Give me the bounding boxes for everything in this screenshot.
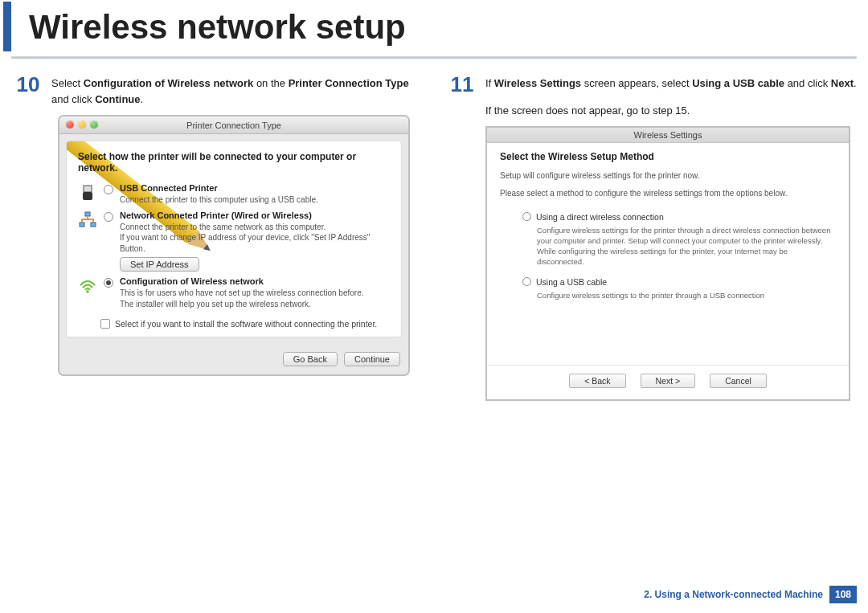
t: on the bbox=[253, 77, 288, 89]
checkbox-icon[interactable] bbox=[100, 319, 110, 329]
dialog-p2: Please select a method to configure the … bbox=[500, 188, 836, 199]
option-direct-wireless-label: Using a direct wireless connection bbox=[536, 212, 664, 222]
dialog-titlebar: Printer Connection Type bbox=[59, 116, 408, 134]
step-11-note: If the screen does not appear, go to ste… bbox=[485, 104, 857, 116]
option-usb-cable-desc: Configure wireless settings to the print… bbox=[537, 290, 836, 300]
wifi-icon bbox=[78, 276, 97, 296]
option-wireless-config-label: Configuration of Wireless network bbox=[120, 276, 390, 286]
step-10-text: Select Configuration of Wireless network… bbox=[51, 73, 423, 107]
dialog-title: Wireless Settings bbox=[487, 128, 849, 143]
option-network-desc: Connect the printer to the same network … bbox=[120, 222, 390, 255]
svg-point-5 bbox=[86, 290, 89, 293]
usb-icon bbox=[78, 183, 97, 202]
right-column: 11 If Wireless Settings screen appears, … bbox=[445, 73, 857, 401]
page-title: Wireless network setup bbox=[3, 2, 868, 51]
printer-connection-dialog: Printer Connection Type Select how the p… bbox=[58, 115, 410, 376]
option-wireless-config[interactable]: Configuration of Wireless network This i… bbox=[78, 276, 390, 309]
option-usb[interactable]: USB Connected Printer Connect the printe… bbox=[78, 183, 390, 206]
minimize-icon[interactable] bbox=[78, 121, 86, 129]
t: . bbox=[854, 77, 857, 89]
svg-rect-4 bbox=[91, 223, 96, 227]
option-usb-cable[interactable]: Using a USB cable Configure wireless set… bbox=[522, 277, 836, 300]
radio-usb-cable[interactable] bbox=[522, 277, 531, 286]
t: and click bbox=[51, 93, 95, 105]
option-direct-wireless[interactable]: Using a direct wireless connection Confi… bbox=[522, 212, 836, 268]
step-11: 11 If Wireless Settings screen appears, … bbox=[445, 73, 857, 96]
radio-direct-wireless[interactable] bbox=[522, 212, 531, 221]
footer-section-title: 2. Using a Network-connected Machine bbox=[644, 589, 823, 600]
step-number-10: 10 bbox=[11, 73, 45, 107]
option-wireless-config-desc: This is for users who have not set up th… bbox=[120, 288, 390, 309]
t: screen appears, select bbox=[581, 77, 692, 89]
t: . bbox=[141, 93, 144, 105]
step-number-11: 11 bbox=[445, 73, 479, 96]
svg-rect-1 bbox=[83, 192, 92, 200]
svg-rect-0 bbox=[84, 186, 92, 192]
page-footer: 2. Using a Network-connected Machine 108 bbox=[644, 586, 857, 603]
page-number: 108 bbox=[829, 586, 857, 603]
step-11-text: If Wireless Settings screen appears, sel… bbox=[485, 73, 857, 96]
checkbox-label: Select if you want to install the softwa… bbox=[115, 319, 377, 329]
dialog-heading: Select the Wireless Setup Method bbox=[500, 151, 836, 162]
t: Using a USB cable bbox=[692, 77, 784, 89]
install-without-printer[interactable]: Select if you want to install the softwa… bbox=[100, 319, 390, 329]
option-usb-label: USB Connected Printer bbox=[120, 183, 390, 193]
t: Wireless Settings bbox=[494, 77, 581, 89]
title-rule bbox=[11, 56, 857, 59]
svg-rect-2 bbox=[85, 212, 90, 216]
dialog-title: Printer Connection Type bbox=[59, 121, 408, 130]
left-column: 10 Select Configuration of Wireless netw… bbox=[11, 73, 423, 401]
network-icon bbox=[78, 210, 97, 230]
radio-network[interactable] bbox=[104, 212, 113, 222]
t: If bbox=[485, 77, 494, 89]
radio-usb[interactable] bbox=[104, 185, 113, 194]
zoom-icon[interactable] bbox=[90, 121, 98, 129]
wireless-settings-dialog: Wireless Settings Select the Wireless Se… bbox=[485, 126, 850, 401]
svg-rect-3 bbox=[80, 223, 84, 227]
step-10: 10 Select Configuration of Wireless netw… bbox=[11, 73, 423, 107]
option-network-label: Network Conneted Printer (Wired or Wirel… bbox=[120, 210, 390, 220]
back-button[interactable]: < Back bbox=[569, 374, 625, 388]
option-usb-desc: Connect the printer to this computer usi… bbox=[120, 194, 390, 206]
close-icon[interactable] bbox=[66, 121, 74, 129]
dialog-heading: Select how the printer will be connected… bbox=[78, 151, 390, 174]
radio-wireless-config[interactable] bbox=[104, 278, 113, 288]
set-ip-button[interactable]: Set IP Address bbox=[120, 257, 199, 272]
option-network[interactable]: Network Conneted Printer (Wired or Wirel… bbox=[78, 210, 390, 272]
cancel-button[interactable]: Cancel bbox=[710, 374, 767, 388]
t: Continue bbox=[95, 93, 140, 105]
next-button[interactable]: Next > bbox=[641, 374, 696, 388]
option-usb-cable-label: Using a USB cable bbox=[536, 277, 607, 287]
go-back-button[interactable]: Go Back bbox=[283, 352, 338, 366]
t: and click bbox=[784, 77, 831, 89]
t: Next bbox=[831, 77, 854, 89]
t: Configuration of Wireless network bbox=[84, 77, 254, 89]
option-direct-wireless-desc: Configure wireless settings for the prin… bbox=[537, 225, 836, 268]
continue-button[interactable]: Continue bbox=[344, 352, 400, 366]
t: Printer Connection Type bbox=[289, 77, 409, 89]
t: Select bbox=[51, 77, 84, 89]
dialog-p1: Setup will configure wireless settings f… bbox=[500, 170, 836, 182]
